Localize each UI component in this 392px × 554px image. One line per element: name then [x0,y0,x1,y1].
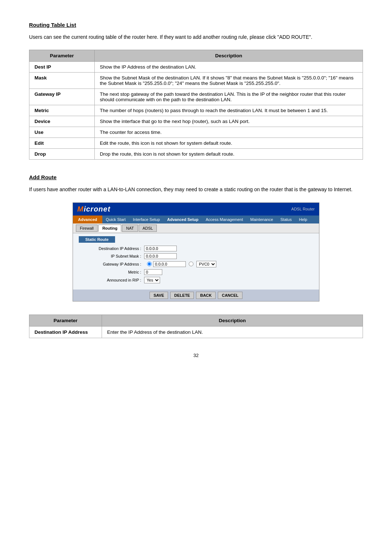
label-gateway: Gateway IP Address : [79,262,144,266]
input-dest-ip[interactable] [144,246,177,251]
routing-param-desc: The number of hops (routers) to pass thr… [95,105,363,116]
router-nav: Advanced Quick Start Interface Setup Adv… [73,216,319,223]
routing-param-name: Gateway IP [29,89,95,105]
bottom-col-parameter: Parameter [29,315,102,326]
btn-delete[interactable]: DELETE [170,292,194,299]
nav-quick-start[interactable]: Quick Start [102,216,129,223]
static-route-title: Static Route [79,236,115,243]
form-row-gateway: Gateway IP Address : PVC0 PVC1 PVC2 [79,261,313,267]
routing-param-name: Edit [29,138,95,149]
routing-param-name: Use [29,127,95,138]
select-pvc[interactable]: PVC0 PVC1 PVC2 [196,261,216,267]
router-body: Static Route Destination IP Address : IP… [73,233,319,290]
router-footer: SAVE DELETE BACK CANCEL [73,290,319,301]
input-subnet[interactable] [144,253,177,259]
input-metric[interactable] [144,269,162,275]
subnav-firewall[interactable]: Firewall [76,225,98,232]
subnav-routing[interactable]: Routing [98,225,122,232]
subnav-nat[interactable]: NAT [122,225,138,232]
btn-back[interactable]: BACK [196,292,216,299]
router-model: ADSL Router [291,207,315,211]
routing-param-name: Dest IP [29,62,95,73]
add-route-title: Add Route [29,174,363,180]
label-subnet: IP Subnet Mask : [79,254,144,258]
router-subnav: Firewall Routing NAT ADSL [73,223,319,233]
routing-table: Parameter Description Dest IPShow the IP… [29,50,363,160]
routing-param-desc: Show the Subnet Mask of the destination … [95,73,363,89]
routing-table-title: Routing Table List [29,22,363,28]
routing-table-section: Routing Table List Users can see the cur… [29,22,363,160]
bottom-param-name: Destination IP Address [29,326,102,338]
router-header: Micronet ADSL Router [73,203,319,216]
btn-cancel[interactable]: CANCEL [218,292,242,299]
nav-advanced[interactable]: Advanced [73,216,102,223]
routing-param-desc: The counter for access time. [95,127,363,138]
routing-param-name: Mask [29,73,95,89]
label-metric: Metric : [79,270,144,274]
routing-param-desc: Drop the route, this icon is not shown f… [95,149,363,160]
input-gateway[interactable] [153,261,186,267]
radio-gateway[interactable] [147,262,152,266]
nav-status[interactable]: Status [277,216,295,223]
col-header-parameter: Parameter [29,50,95,62]
nav-interface-setup[interactable]: Interface Setup [129,216,164,223]
routing-param-desc: The next stop gateway of the path toward… [95,89,363,105]
form-row-metric: Metric : [79,269,313,275]
form-row-subnet: IP Subnet Mask : [79,253,313,259]
bottom-param-desc: Enter the IP Address of the destination … [102,326,363,338]
routing-param-name: Metric [29,105,95,116]
nav-help[interactable]: Help [295,216,311,223]
col-header-description: Description [95,50,363,62]
select-rip[interactable]: Yes No [144,277,160,283]
routing-table-desc: Users can see the current routing table … [29,33,363,41]
bottom-col-description: Description [102,315,363,326]
form-row-rip: Announced in RIP : Yes No [79,277,313,283]
routing-param-name: Device [29,116,95,127]
add-route-desc: If users have another router with a LAN-… [29,185,363,193]
label-dest-ip: Destination IP Address : [79,246,144,251]
subnav-adsl[interactable]: ADSL [139,225,157,232]
add-route-section: Add Route If users have another router w… [29,174,363,301]
nav-access-management[interactable]: Access Management [202,216,247,223]
routing-param-desc: Show the interface that go to the next h… [95,116,363,127]
nav-maintenance[interactable]: Maintenance [247,216,277,223]
routing-param-desc: Show the IP Address of the destination L… [95,62,363,73]
btn-save[interactable]: SAVE [150,292,168,299]
nav-advanced-setup[interactable]: Advanced Setup [164,216,202,223]
router-brand: Micronet [77,205,110,213]
routing-param-desc: Edit the route, this icon is not shown f… [95,138,363,149]
label-rip: Announced in RIP : [79,278,144,282]
radio-pvc[interactable] [189,262,193,266]
routing-param-name: Drop [29,149,95,160]
form-row-dest-ip: Destination IP Address : [79,246,313,251]
bottom-param-table: Parameter Description Destination IP Add… [29,315,363,338]
router-ui-mockup: Micronet ADSL Router Advanced Quick Star… [73,202,319,301]
page-number: 32 [29,353,363,358]
